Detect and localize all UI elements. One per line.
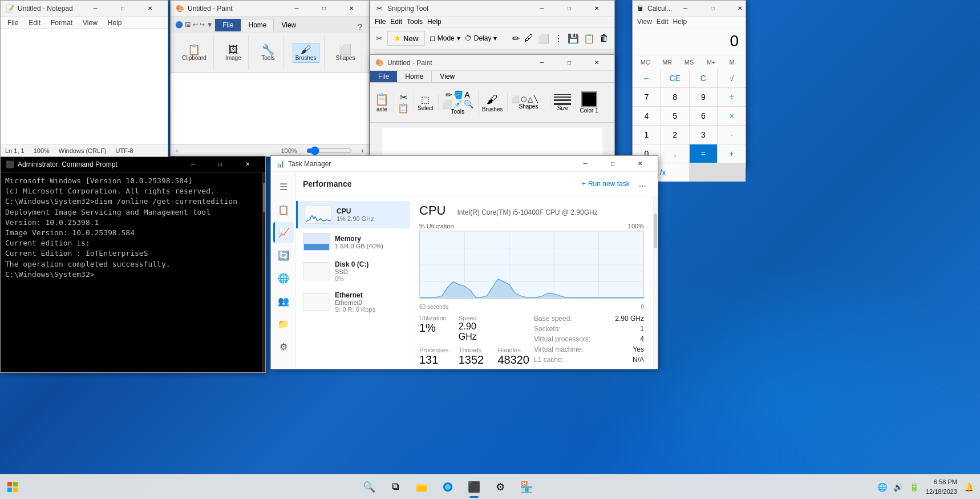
calculator-window[interactable]: 🖩 Calcul... ─ □ ✕ View Edit Help 0 MC MR…: [632, 0, 746, 168]
calc-back-btn[interactable]: ←: [633, 69, 661, 87]
snipping-pen-tool[interactable]: ✏: [512, 33, 520, 44]
snipping-minimize[interactable]: ─: [529, 1, 555, 17]
tray-datetime[interactable]: 6:58 PM 12/18/2023: [924, 477, 959, 496]
taskmanager-scrollbar[interactable]: [653, 196, 658, 369]
paint-front-tab-file[interactable]: File: [370, 71, 397, 82]
tm-sidebar-users[interactable]: 👥: [273, 291, 294, 311]
snipping-delay-control[interactable]: ⏱ Delay ▾: [465, 34, 497, 42]
paint-front-size-label[interactable]: Size: [557, 105, 568, 111]
calc-5-btn[interactable]: 5: [661, 107, 689, 125]
taskmanager-close[interactable]: ✕: [627, 156, 653, 172]
tray-volume-icon[interactable]: 🔊: [892, 480, 905, 494]
taskmanager-window[interactable]: 📊 Task Manager ─ □ ✕ ☰ 📋 📈 🔄 🌐 👥 📁 ⚙ Per…: [270, 155, 658, 369]
paint-front-color1-swatch[interactable]: [581, 91, 597, 107]
paint-front-minimize[interactable]: ─: [529, 55, 555, 71]
calc-4-btn[interactable]: 4: [633, 107, 661, 125]
cmd-window[interactable]: ⬛ Administrator: Command Prompt ─ □ ✕ Mi…: [0, 156, 266, 373]
tm-sidebar-services[interactable]: ⚙: [273, 336, 294, 357]
calc-menu-edit[interactable]: Edit: [657, 18, 669, 26]
paint-back-zoom-plus[interactable]: +: [361, 147, 365, 154]
calc-1-btn[interactable]: 1: [633, 126, 661, 144]
calc-c-btn[interactable]: C: [690, 69, 718, 87]
taskbar-search[interactable]: 🔍: [357, 474, 382, 500]
paint-front-size-line2[interactable]: [554, 96, 571, 98]
taskmanager-memory-item[interactable]: Memory 1.6/4.0 GB (40%): [296, 228, 410, 256]
paint-front-cut-icon[interactable]: ✂: [400, 92, 407, 103]
taskmanager-maximize[interactable]: □: [600, 156, 626, 172]
taskbar-store[interactable]: 🏪: [514, 474, 539, 500]
paint-back-canvas[interactable]: [171, 73, 369, 144]
calc-mplus-btn[interactable]: M+: [700, 57, 721, 68]
paint-front-select-label[interactable]: Select: [418, 105, 434, 111]
paint-back-shapes-btn[interactable]: ⬜ Shapes: [334, 43, 358, 62]
paint-front-picker-icon[interactable]: 💉: [453, 99, 463, 108]
taskmanager-more-btn[interactable]: ...: [634, 176, 651, 191]
snipping-menu-file[interactable]: File: [375, 18, 386, 26]
calc-3-btn[interactable]: 3: [690, 126, 718, 144]
taskbar-settings[interactable]: ⚙: [488, 474, 513, 500]
snipping-copy-icon[interactable]: 📋: [584, 33, 595, 44]
notepad-maximize[interactable]: □: [110, 1, 136, 17]
calc-add-btn[interactable]: +: [718, 144, 746, 163]
paint-front-shape3[interactable]: △: [528, 95, 533, 103]
snipping-menu-edit[interactable]: Edit: [390, 18, 402, 26]
calc-mul-btn[interactable]: ×: [718, 107, 746, 125]
tm-sidebar-menu[interactable]: ☰: [273, 176, 294, 197]
taskbar-edge[interactable]: [435, 474, 460, 500]
notepad-menu-edit[interactable]: Edit: [24, 18, 45, 28]
calc-mr-btn[interactable]: MR: [657, 57, 677, 68]
tm-sidebar-performance[interactable]: 📈: [273, 222, 294, 243]
notepad-minimize[interactable]: ─: [82, 1, 108, 17]
taskbar-terminal[interactable]: ⬛: [461, 474, 487, 500]
calculator-close[interactable]: ✕: [727, 1, 753, 17]
taskmanager-minimize[interactable]: ─: [572, 156, 598, 172]
taskbar-taskview[interactable]: ⧉: [383, 474, 408, 500]
taskmanager-disk-item[interactable]: Disk 0 (C:) SSD 0%: [296, 256, 410, 287]
paint-front-tab-home[interactable]: Home: [397, 71, 432, 82]
calc-sub-btn[interactable]: -: [718, 126, 746, 144]
calc-8-btn[interactable]: 8: [661, 88, 689, 106]
paint-front-pencil-icon[interactable]: ✏: [446, 90, 452, 99]
paint-front-shapes-label[interactable]: Shapes: [519, 103, 538, 110]
cmd-scroll-thumb[interactable]: [263, 183, 265, 213]
snipping-delete-icon[interactable]: 🗑: [600, 33, 609, 43]
notepad-menu-help[interactable]: Help: [103, 18, 127, 28]
paint-front-eraser-icon[interactable]: ⬜: [442, 99, 452, 108]
tray-battery-icon[interactable]: 🔋: [908, 480, 921, 494]
paint-back-maximize[interactable]: □: [311, 1, 337, 17]
paint-back-help[interactable]: ?: [353, 22, 367, 31]
calc-ce-btn[interactable]: CE: [661, 69, 689, 87]
snipping-menu-help[interactable]: Help: [427, 18, 442, 26]
paint-front-text-icon[interactable]: A: [464, 90, 469, 99]
taskmanager-cpu-item[interactable]: CPU 1% 2.90 GHz: [296, 201, 410, 228]
tm-sidebar-processes[interactable]: 📋: [273, 199, 294, 220]
tray-network-icon[interactable]: 🌐: [876, 480, 889, 494]
paint-front-shape1[interactable]: ⬜: [511, 95, 520, 103]
calc-ms-btn[interactable]: MS: [679, 57, 699, 68]
snipping-new-button[interactable]: ★ New: [387, 31, 425, 46]
calculator-maximize[interactable]: □: [699, 1, 726, 17]
paint-back-brushes-btn[interactable]: 🖌 Brushes: [293, 43, 319, 63]
paint-front-tab-view[interactable]: View: [432, 71, 463, 82]
tm-sidebar-details[interactable]: 📁: [273, 313, 294, 334]
paint-back-tab-home[interactable]: Home: [241, 19, 274, 31]
calc-menu-help[interactable]: Help: [673, 18, 687, 26]
taskmanager-run-task-btn[interactable]: + Run new task: [577, 178, 634, 190]
cmd-content-area[interactable]: Microsoft Windows [Version 10.0.25398.58…: [1, 172, 262, 372]
snipping-more-icon[interactable]: ⋮: [554, 33, 563, 44]
paint-back-clipboard-btn[interactable]: 📋 Clipboard: [180, 43, 209, 62]
snipping-mode-control[interactable]: ◻ Mode ▾: [430, 34, 460, 42]
calc-mminus-btn[interactable]: M-: [723, 57, 743, 68]
tm-sidebar-history[interactable]: 🔄: [273, 245, 294, 265]
snipping-eraser-tool[interactable]: ⬜: [538, 33, 549, 44]
paint-front-select-icon[interactable]: ⬚: [421, 94, 430, 105]
calc-dot-btn[interactable]: .: [661, 144, 689, 163]
taskbar-explorer[interactable]: [409, 474, 434, 500]
notepad-content[interactable]: [1, 29, 168, 144]
paint-back-tools-btn[interactable]: 🔧 Tools: [258, 43, 278, 62]
paint-front-maximize[interactable]: □: [556, 55, 582, 71]
cmd-close[interactable]: ✕: [234, 156, 261, 172]
paint-front-size-line3[interactable]: [554, 99, 571, 101]
paint-front-canvas-white[interactable]: [382, 128, 602, 159]
calc-div-btn[interactable]: ÷: [718, 88, 746, 106]
